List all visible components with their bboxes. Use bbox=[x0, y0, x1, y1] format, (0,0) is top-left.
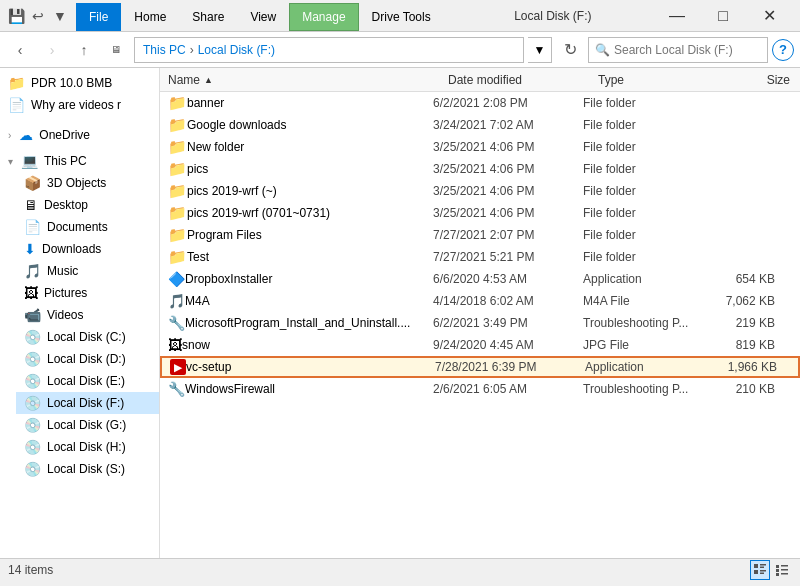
sidebar-item-label: Videos bbox=[47, 308, 83, 322]
file-name: 🎵 M4A bbox=[168, 293, 433, 309]
sidebar-item-music[interactable]: 🎵 Music bbox=[16, 260, 159, 282]
sidebar-item-why[interactable]: 📄 Why are videos r bbox=[0, 94, 159, 116]
sidebar-item-label: Local Disk (S:) bbox=[47, 462, 125, 476]
svg-rect-9 bbox=[781, 569, 788, 571]
sidebar-item-onedrive[interactable]: › ☁ OneDrive bbox=[0, 124, 159, 146]
main-layout: 📁 PDR 10.0 BMB 📄 Why are videos r › ☁ On… bbox=[0, 68, 800, 558]
expand-icon: › bbox=[8, 130, 11, 141]
sidebar-item-downloads[interactable]: ⬇ Downloads bbox=[16, 238, 159, 260]
table-row[interactable]: 📁 pics 3/25/2021 4:06 PM File folder bbox=[160, 158, 800, 180]
thispc-section: 📦 3D Objects 🖥 Desktop 📄 Documents ⬇ Dow… bbox=[0, 172, 159, 480]
folder-icon: 📁 bbox=[168, 204, 187, 222]
file-date: 6/2/2021 3:49 PM bbox=[433, 316, 583, 330]
table-row[interactable]: 🎵 M4A 4/14/2018 6:02 AM M4A File 7,062 K… bbox=[160, 290, 800, 312]
table-row[interactable]: ▶ vc-setup 7/28/2021 6:39 PM Application… bbox=[160, 356, 800, 378]
table-row[interactable]: 📁 Google downloads 3/24/2021 7:02 AM Fil… bbox=[160, 114, 800, 136]
list-view-toggle[interactable] bbox=[772, 560, 792, 580]
recent-locations-button[interactable]: 🖥 bbox=[102, 36, 130, 64]
tab-share[interactable]: Share bbox=[179, 3, 237, 31]
sidebar-item-desktop[interactable]: 🖥 Desktop bbox=[16, 194, 159, 216]
doc-icon: 📄 bbox=[8, 97, 25, 113]
sidebar-item-locald[interactable]: 💿 Local Disk (D:) bbox=[16, 348, 159, 370]
close-button[interactable]: ✕ bbox=[746, 0, 792, 32]
table-row[interactable]: 📁 banner 6/2/2021 2:08 PM File folder bbox=[160, 92, 800, 114]
refresh-button[interactable]: ↻ bbox=[556, 36, 584, 64]
file-list-area: Name ▲ Date modified Type Size 📁 banner … bbox=[160, 68, 800, 558]
sidebar-item-documents[interactable]: 📄 Documents bbox=[16, 216, 159, 238]
table-row[interactable]: 🔷 DropboxInstaller 6/6/2020 4:53 AM Appl… bbox=[160, 268, 800, 290]
address-dropdown[interactable]: ▼ bbox=[528, 37, 552, 63]
maximize-button[interactable]: □ bbox=[700, 0, 746, 32]
file-date: 3/25/2021 4:06 PM bbox=[433, 140, 583, 154]
table-row[interactable]: 📁 Test 7/27/2021 5:21 PM File folder bbox=[160, 246, 800, 268]
tab-manage[interactable]: Manage bbox=[289, 3, 358, 31]
path-localf[interactable]: Local Disk (F:) bbox=[198, 43, 275, 57]
sidebar-item-localc[interactable]: 💿 Local Disk (C:) bbox=[16, 326, 159, 348]
search-input[interactable] bbox=[614, 43, 764, 57]
file-type: JPG File bbox=[583, 338, 703, 352]
forward-button[interactable]: › bbox=[38, 36, 66, 64]
title-bar: 💾 ↩ ▼ File Home Share View Manage Drive … bbox=[0, 0, 800, 32]
file-type: Application bbox=[585, 360, 705, 374]
col-date-header[interactable]: Date modified bbox=[448, 73, 598, 87]
table-row[interactable]: 📁 pics 2019-wrf (0701~0731) 3/25/2021 4:… bbox=[160, 202, 800, 224]
table-row[interactable]: 🔧 MicrosoftProgram_Install_and_Uninstall… bbox=[160, 312, 800, 334]
drive-icon: 💿 bbox=[24, 351, 41, 367]
file-size: 219 KB bbox=[703, 316, 783, 330]
file-list-header: Name ▲ Date modified Type Size bbox=[160, 68, 800, 92]
troubleshoot-icon: 🔧 bbox=[168, 381, 185, 397]
file-date: 3/25/2021 4:06 PM bbox=[433, 184, 583, 198]
sidebar-item-pictures[interactable]: 🖼 Pictures bbox=[16, 282, 159, 304]
properties-icon[interactable]: ▼ bbox=[52, 8, 68, 24]
search-icon: 🔍 bbox=[595, 43, 610, 57]
sidebar-item-pdr[interactable]: 📁 PDR 10.0 BMB bbox=[0, 72, 159, 94]
table-row[interactable]: 📁 Program Files 7/27/2021 2:07 PM File f… bbox=[160, 224, 800, 246]
sidebar-item-locals[interactable]: 💿 Local Disk (S:) bbox=[16, 458, 159, 480]
sidebar-item-label: This PC bbox=[44, 154, 87, 168]
file-name: 📁 Google downloads bbox=[168, 116, 433, 134]
folder-icon: 📁 bbox=[8, 75, 25, 91]
sidebar-item-label: Local Disk (D:) bbox=[47, 352, 126, 366]
tab-view[interactable]: View bbox=[237, 3, 289, 31]
save-icon[interactable]: 💾 bbox=[8, 8, 24, 24]
back-button[interactable]: ‹ bbox=[6, 36, 34, 64]
col-name-header[interactable]: Name ▲ bbox=[168, 73, 448, 87]
help-button[interactable]: ? bbox=[772, 39, 794, 61]
col-size-header[interactable]: Size bbox=[718, 73, 798, 87]
table-row[interactable]: 📁 New folder 3/25/2021 4:06 PM File fold… bbox=[160, 136, 800, 158]
file-type: M4A File bbox=[583, 294, 703, 308]
undo-icon[interactable]: ↩ bbox=[30, 8, 46, 24]
file-date: 6/6/2020 4:53 AM bbox=[433, 272, 583, 286]
sidebar-item-localh[interactable]: 💿 Local Disk (H:) bbox=[16, 436, 159, 458]
path-thispc[interactable]: This PC bbox=[143, 43, 186, 57]
tab-file[interactable]: File bbox=[76, 3, 121, 31]
file-date: 3/25/2021 4:06 PM bbox=[433, 162, 583, 176]
table-row[interactable]: 🖼 snow 9/24/2020 4:45 AM JPG File 819 KB bbox=[160, 334, 800, 356]
col-type-header[interactable]: Type bbox=[598, 73, 718, 87]
minimize-button[interactable]: — bbox=[654, 0, 700, 32]
sidebar-item-3dobjects[interactable]: 📦 3D Objects bbox=[16, 172, 159, 194]
file-name: 🖼 snow bbox=[168, 337, 433, 353]
address-path[interactable]: This PC › Local Disk (F:) bbox=[134, 37, 524, 63]
sidebar-item-videos[interactable]: 📹 Videos bbox=[16, 304, 159, 326]
drive-icon: 💿 bbox=[24, 461, 41, 477]
svg-rect-1 bbox=[760, 564, 766, 566]
sidebar-item-localf[interactable]: 💿 Local Disk (F:) bbox=[16, 392, 159, 414]
sidebar-item-thispc[interactable]: ▾ 💻 This PC bbox=[0, 150, 159, 172]
search-box[interactable]: 🔍 bbox=[588, 37, 768, 63]
table-row[interactable]: 📁 pics 2019-wrf (~) 3/25/2021 4:06 PM Fi… bbox=[160, 180, 800, 202]
sidebar-item-localg[interactable]: 💿 Local Disk (G:) bbox=[16, 414, 159, 436]
tab-drive-tools[interactable]: Drive Tools bbox=[359, 3, 444, 31]
window-controls: — □ ✕ bbox=[654, 0, 792, 32]
table-row[interactable]: 🔧 WindowsFirewall 2/6/2021 6:05 AM Troub… bbox=[160, 378, 800, 400]
file-type: File folder bbox=[583, 250, 703, 264]
tab-home[interactable]: Home bbox=[121, 3, 179, 31]
sidebar-item-locale[interactable]: 💿 Local Disk (E:) bbox=[16, 370, 159, 392]
pictures-icon: 🖼 bbox=[24, 285, 38, 301]
downloads-icon: ⬇ bbox=[24, 241, 36, 257]
file-type: Application bbox=[583, 272, 703, 286]
up-button[interactable]: ↑ bbox=[70, 36, 98, 64]
3dobjects-icon: 📦 bbox=[24, 175, 41, 191]
grid-view-toggle[interactable] bbox=[750, 560, 770, 580]
sidebar-item-label: PDR 10.0 BMB bbox=[31, 76, 112, 90]
